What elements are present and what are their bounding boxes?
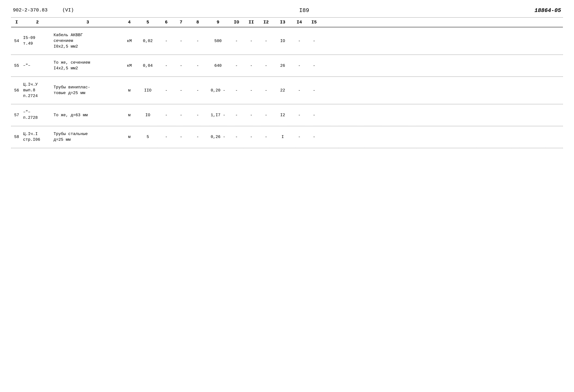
row-col6: - xyxy=(159,135,174,139)
row-col8: - xyxy=(188,39,207,43)
header-left: 902-2-370.83 (VI) xyxy=(13,7,74,13)
row-col12: - xyxy=(259,113,273,117)
main-table: I 2 3 4 5 6 7 8 9 IO II I2 I3 I4 I5 54 I… xyxy=(11,17,563,148)
row-num: 56 xyxy=(11,88,22,93)
col-header-11: II xyxy=(244,20,259,25)
row-col5: 0,02 xyxy=(137,39,159,43)
col-header-14: I4 xyxy=(292,20,307,25)
row-col13: IO xyxy=(273,39,292,43)
row-num: 54 xyxy=(11,39,22,43)
row-ref: Ц.Iч.Iстр.I06 xyxy=(22,131,52,143)
row-col12: - xyxy=(259,39,273,43)
row-desc: Трубы виниплас-товые д=25 мм xyxy=(52,85,122,96)
row-col15: - xyxy=(307,135,321,139)
col-header-7: 7 xyxy=(174,20,188,25)
row-ref: Ц.Iч.Увып.8п.2724 xyxy=(22,82,52,99)
row-desc: Кабель АКВВГсечениемI0х2,5 мм2 xyxy=(52,33,122,49)
row-desc: Трубы стальныед=25 мм xyxy=(52,131,122,143)
row-col9: 640 xyxy=(207,63,229,68)
row-col9: 0,26 - xyxy=(207,135,229,139)
col-header-6: 6 xyxy=(159,20,174,25)
doc-number: 902-2-370.83 xyxy=(13,7,47,13)
row-col8: - xyxy=(188,88,207,93)
row-col6: - xyxy=(159,113,174,117)
row-col10: - xyxy=(229,135,244,139)
row-unit: кМ xyxy=(122,39,137,43)
row-col8: - xyxy=(188,113,207,117)
row-unit: м xyxy=(122,88,137,93)
col-header-3: 3 xyxy=(52,20,122,25)
row-col14: - xyxy=(292,135,307,139)
col-header-5: 5 xyxy=(137,20,159,25)
row-col15: - xyxy=(307,88,321,93)
row-col9: 0,20 - xyxy=(207,88,229,93)
row-col8: - xyxy=(188,135,207,139)
table-row: 57 –"–п.2728 То же, д=63 мм м IO - - - 1… xyxy=(11,104,563,126)
col-header-1: I xyxy=(11,20,22,25)
row-col7: - xyxy=(174,135,188,139)
row-num: 55 xyxy=(11,63,22,68)
row-col12: - xyxy=(259,63,273,68)
table-row: 58 Ц.Iч.Iстр.I06 Трубы стальныед=25 мм м… xyxy=(11,126,563,148)
row-col7: - xyxy=(174,113,188,117)
row-col10: - xyxy=(229,113,244,117)
row-num: 58 xyxy=(11,135,22,139)
table-row: 56 Ц.Iч.Увып.8п.2724 Трубы виниплас-товы… xyxy=(11,77,563,104)
col-header-13: I3 xyxy=(273,20,292,25)
row-col11: - xyxy=(244,63,259,68)
row-col6: - xyxy=(159,63,174,68)
row-col15: - xyxy=(307,113,321,117)
row-col7: - xyxy=(174,88,188,93)
row-col15: - xyxy=(307,63,321,68)
row-unit: кМ xyxy=(122,63,137,68)
row-col10: - xyxy=(229,39,244,43)
row-col12: - xyxy=(259,88,273,93)
row-col10: - xyxy=(229,63,244,68)
row-col13: I2 xyxy=(273,113,292,117)
col-header-9: 9 xyxy=(207,20,229,25)
col-header-4: 4 xyxy=(122,20,137,25)
row-col13: 26 xyxy=(273,63,292,68)
row-col14: - xyxy=(292,113,307,117)
row-col9: 1,I7 - xyxy=(207,113,229,117)
col-header-2: 2 xyxy=(22,20,52,25)
col-header-15: I5 xyxy=(307,20,321,25)
row-col5: IIO xyxy=(137,88,159,93)
row-col13: I xyxy=(273,135,292,139)
row-col10: - xyxy=(229,88,244,93)
col-header-10: IO xyxy=(229,20,244,25)
row-col9: 500 xyxy=(207,39,229,43)
row-col12: - xyxy=(259,135,273,139)
row-desc: То же, д=63 мм xyxy=(52,113,122,117)
row-num: 57 xyxy=(11,113,22,117)
row-col11: - xyxy=(244,113,259,117)
col-header-8: 8 xyxy=(188,20,207,25)
page-header: 902-2-370.83 (VI) I89 18864-05 xyxy=(11,7,563,14)
row-col11: - xyxy=(244,135,259,139)
row-col14: - xyxy=(292,88,307,93)
section: (VI) xyxy=(62,7,74,13)
row-col8: - xyxy=(188,63,207,68)
row-col15: - xyxy=(307,39,321,43)
row-desc: То же, сечениемI4х2,5 мм2 xyxy=(52,60,122,71)
row-col7: - xyxy=(174,63,188,68)
table-row: 55 –"– То же, сечениемI4х2,5 мм2 кМ 0,04… xyxy=(11,55,563,77)
table-row: 54 I5-09т.49 Кабель АКВВГсечениемI0х2,5 … xyxy=(11,27,563,55)
row-col11: - xyxy=(244,39,259,43)
row-col11: - xyxy=(244,88,259,93)
row-unit: м xyxy=(122,113,137,117)
row-col14: - xyxy=(292,63,307,68)
row-col6: - xyxy=(159,88,174,93)
page-number: I89 xyxy=(74,7,534,14)
col-header-12: I2 xyxy=(259,20,273,25)
row-col6: - xyxy=(159,39,174,43)
row-col5: 5 xyxy=(137,135,159,139)
row-unit: м xyxy=(122,135,137,139)
row-col13: 22 xyxy=(273,88,292,93)
row-col5: 0,04 xyxy=(137,63,159,68)
row-col5: IO xyxy=(137,113,159,117)
row-ref: I5-09т.49 xyxy=(22,35,52,47)
row-col7: - xyxy=(174,39,188,43)
row-ref: –"– xyxy=(22,63,52,69)
row-col14: - xyxy=(292,39,307,43)
